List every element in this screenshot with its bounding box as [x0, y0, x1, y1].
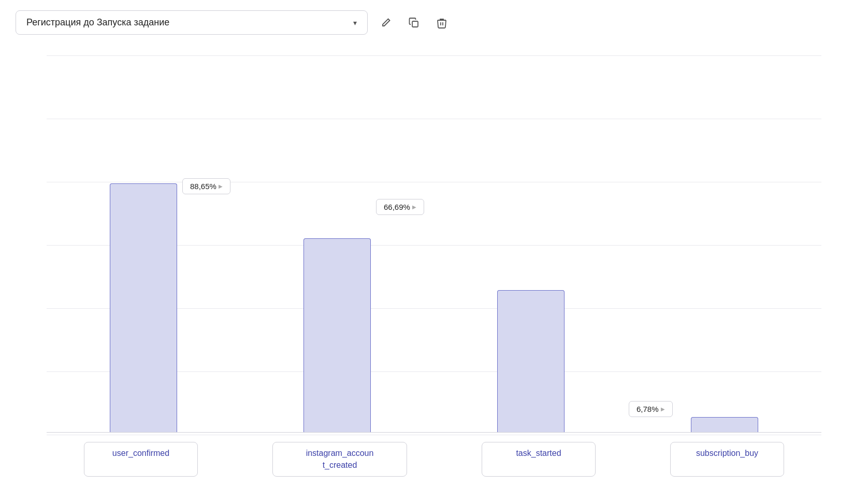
chart-area: 88,65% 66,69% 6,78%: [16, 55, 852, 477]
edit-button[interactable]: [376, 13, 396, 33]
label-subscription-buy: subscription_buy: [670, 442, 784, 477]
label-user-confirmed: user_confirmed: [84, 442, 198, 477]
bar-group-instagram: 66,69%: [296, 183, 379, 432]
tooltip-subscription-buy: 6,78%: [629, 401, 673, 417]
delete-button[interactable]: [432, 13, 452, 33]
grid-line: [47, 435, 821, 435]
labels-row: user_confirmed instagram_account_created…: [47, 433, 821, 477]
bar-instagram: [303, 238, 371, 432]
funnel-dropdown[interactable]: Регистрация до Запуска задание ▾: [16, 10, 368, 35]
tooltip-user-confirmed: 88,65%: [182, 178, 230, 194]
label-instagram: instagram_account_created: [272, 442, 407, 477]
bars-container: 88,65% 66,69% 6,78%: [47, 55, 821, 432]
bar-group-user-confirmed: 88,65%: [102, 183, 185, 432]
bar-user-confirmed: [110, 183, 177, 432]
label-task-started: task_started: [482, 442, 596, 477]
dropdown-label: Регистрация до Запуска задание: [26, 17, 169, 28]
bar-group-task-started: [489, 183, 572, 432]
chevron-down-icon: ▾: [353, 19, 357, 27]
x-axis: [47, 432, 821, 433]
tooltip-instagram: 66,69%: [376, 199, 424, 215]
svg-rect-0: [412, 21, 418, 27]
copy-button[interactable]: [404, 13, 424, 33]
bar-group-subscription-buy: 6,78%: [683, 183, 766, 432]
toolbar: Регистрация до Запуска задание ▾: [16, 10, 852, 35]
bar-task-started: [497, 290, 565, 432]
bar-subscription-buy: [691, 417, 758, 432]
